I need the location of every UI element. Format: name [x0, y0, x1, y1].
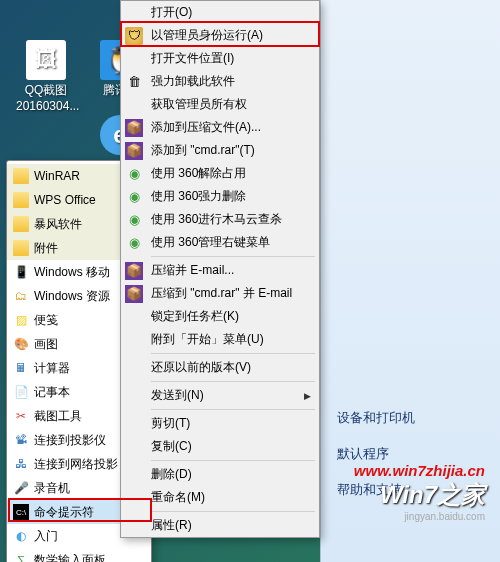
- 360-icon: ◉: [125, 188, 143, 206]
- rar-icon: 📦: [125, 142, 143, 160]
- ctx-zip-email[interactable]: 📦压缩并 E-mail...: [121, 259, 319, 282]
- ctx-rename[interactable]: 重命名(M): [121, 486, 319, 509]
- ctx-separator: [151, 409, 315, 410]
- ctx-separator: [151, 511, 315, 512]
- uninstall-icon: 🗑: [125, 73, 143, 91]
- ctx-restore[interactable]: 还原以前的版本(V): [121, 356, 319, 379]
- ctx-separator: [151, 353, 315, 354]
- watermark-url: www.win7zhijia.cn: [354, 462, 485, 479]
- start-item-mathinput[interactable]: ∑数学输入面板: [7, 548, 151, 562]
- chevron-right-icon: ▶: [304, 391, 311, 401]
- ctx-open[interactable]: 打开(O): [121, 1, 319, 24]
- ctx-360-scan[interactable]: ◉使用 360进行木马云查杀: [121, 208, 319, 231]
- ctx-open-location[interactable]: 打开文件位置(I): [121, 47, 319, 70]
- ctx-pin-start[interactable]: 附到「开始」菜单(U): [121, 328, 319, 351]
- 360-icon: ◉: [125, 234, 143, 252]
- ctx-360-menu[interactable]: ◉使用 360管理右键菜单: [121, 231, 319, 254]
- ctx-sendto[interactable]: 发送到(N)▶: [121, 384, 319, 407]
- watermark-sub: jingyan.baidu.com: [354, 511, 485, 522]
- ctx-separator: [151, 256, 315, 257]
- rar-icon: 📦: [125, 262, 143, 280]
- shield-icon: 🛡: [125, 27, 143, 45]
- ctx-cut[interactable]: 剪切(T): [121, 412, 319, 435]
- ctx-add-archive[interactable]: 📦添加到压缩文件(A)...: [121, 116, 319, 139]
- rar-icon: 📦: [125, 285, 143, 303]
- ctx-get-priv[interactable]: 获取管理员所有权: [121, 93, 319, 116]
- watermark: www.win7zhijia.cn Win7之家 jingyan.baidu.c…: [354, 462, 485, 522]
- ctx-delete[interactable]: 删除(D): [121, 463, 319, 486]
- ctx-properties[interactable]: 属性(R): [121, 514, 319, 537]
- ctx-separator: [151, 381, 315, 382]
- desktop-label: QQ截图 20160304...: [16, 82, 76, 113]
- watermark-brand: Win7之家: [354, 479, 485, 511]
- context-menu: 打开(O) 🛡以管理员身份运行(A) 打开文件位置(I) 🗑强力卸载此软件 获取…: [120, 0, 320, 538]
- ctx-runas-admin[interactable]: 🛡以管理员身份运行(A): [121, 24, 319, 47]
- ctx-add-cmdrar[interactable]: 📦添加到 "cmd.rar"(T): [121, 139, 319, 162]
- 360-icon: ◉: [125, 165, 143, 183]
- ctx-360-unlock[interactable]: ◉使用 360解除占用: [121, 162, 319, 185]
- desktop-icon-screenshot[interactable]: 🖼 QQ截图 20160304...: [16, 40, 76, 113]
- ctx-pin-taskbar[interactable]: 锁定到任务栏(K): [121, 305, 319, 328]
- ctx-zip-cmd-email[interactable]: 📦压缩到 "cmd.rar" 并 E-mail: [121, 282, 319, 305]
- ctx-uninstall[interactable]: 🗑强力卸载此软件: [121, 70, 319, 93]
- ctx-360-force[interactable]: ◉使用 360强力删除: [121, 185, 319, 208]
- rar-icon: 📦: [125, 119, 143, 137]
- ctx-separator: [151, 460, 315, 461]
- 360-icon: ◉: [125, 211, 143, 229]
- right-item-devices[interactable]: 设备和打印机: [321, 400, 500, 436]
- ctx-copy[interactable]: 复制(C): [121, 435, 319, 458]
